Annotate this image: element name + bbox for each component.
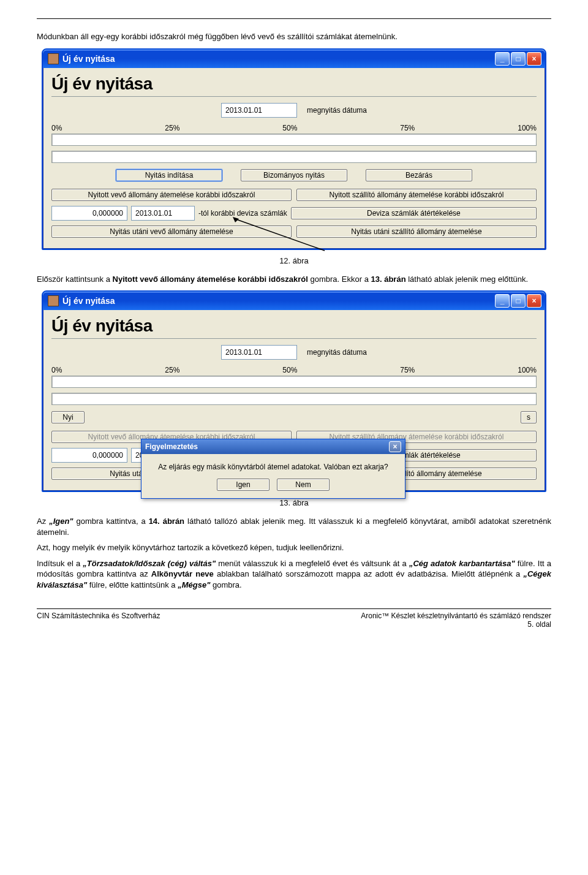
titlebar-2: Új év nyitása _ □ × xyxy=(43,292,545,310)
paragraph-4: Azt, hogy melyik év melyik könyvtárhoz t… xyxy=(37,542,551,553)
window-title: Új év nyitása xyxy=(62,54,115,64)
open-date-field[interactable]: 2013.01.01 xyxy=(221,103,297,118)
progress-bar-top xyxy=(51,376,537,388)
page-footer: CIN Számítástechnika és Szoftverház Aron… xyxy=(37,608,551,629)
client-area-2: Új év nyitása 2013.01.01 megnyitás dátum… xyxy=(43,310,545,491)
confirm-close-button[interactable]: × xyxy=(389,441,401,452)
progress-bar-bottom xyxy=(51,393,537,405)
top-rule xyxy=(37,18,551,19)
app-icon xyxy=(48,53,59,64)
titlebar: Új év nyitása _ □ × xyxy=(43,50,545,68)
pct-25: 25% xyxy=(165,366,179,374)
confirm-dialog: Figyelmeztetés × Az eljárás egy másik kö… xyxy=(141,439,405,499)
deviza-revalue-button[interactable]: Deviza számlák átértékelése xyxy=(291,207,537,219)
heading: Új év nyitása xyxy=(51,74,537,94)
deviza-rate-field[interactable]: 0,000000 xyxy=(51,448,127,463)
pct-75: 75% xyxy=(400,366,415,374)
confirm-message: Az eljárás egy másik könyvtárból átemel … xyxy=(149,463,398,471)
open-date-field[interactable]: 2013.01.01 xyxy=(221,345,297,360)
minimize-button[interactable]: _ xyxy=(495,52,510,66)
maximize-button[interactable]: □ xyxy=(511,294,526,308)
confirm-titlebar: Figyelmeztetés × xyxy=(141,439,405,454)
pct-100: 100% xyxy=(518,124,537,132)
post-open-supplier-button[interactable]: Nyitás utáni szállító állomány átemelése xyxy=(296,225,537,238)
pct-75: 75% xyxy=(400,124,415,132)
window-2: Új év nyitása _ □ × Új év nyitása 2013.0… xyxy=(42,290,546,492)
open-customer-prev-button[interactable]: Nyitott vevő állomány átemelése korábbi … xyxy=(51,189,292,201)
close-button[interactable]: × xyxy=(527,52,541,66)
pct-50: 50% xyxy=(282,366,297,374)
confirm-title-text: Figyelmeztetés xyxy=(145,442,198,451)
progress-bar-bottom xyxy=(51,151,537,163)
deviza-date-field[interactable]: 2013.01.01 xyxy=(131,206,195,221)
percent-scale: 0% 25% 50% 75% 100% xyxy=(51,124,537,132)
paragraph-5: Indítsuk el a „Törzsadatok/Időszak (cég)… xyxy=(37,558,551,591)
pct-0: 0% xyxy=(51,124,62,132)
start-open-button-clipped[interactable]: Nyi xyxy=(51,411,85,423)
maximize-button[interactable]: □ xyxy=(511,52,526,66)
minimize-button[interactable]: _ xyxy=(495,294,510,308)
client-area: Új év nyitása 2013.01.01 megnyitás dátum… xyxy=(43,68,545,249)
close-dialog-button-clipped[interactable]: s xyxy=(521,411,537,423)
figure-12-caption: 12. ábra xyxy=(37,256,551,265)
percent-scale: 0% 25% 50% 75% 100% xyxy=(51,366,537,374)
footer-left: CIN Számítástechnika és Szoftverház xyxy=(37,612,160,629)
open-date-label: megnyitás dátuma xyxy=(307,348,367,357)
progress-bar-top xyxy=(51,134,537,146)
start-open-button[interactable]: Nyitás indítása xyxy=(116,169,222,181)
pct-100: 100% xyxy=(518,366,537,374)
deviza-label: -tól korábbi deviza számlák xyxy=(198,209,287,218)
confirm-no-button[interactable]: Nem xyxy=(277,479,330,491)
post-open-customer-button[interactable]: Nyitás utáni vevő állomány átemelése xyxy=(51,225,292,238)
close-dialog-button[interactable]: Bezárás xyxy=(366,169,472,181)
open-supplier-prev-button[interactable]: Nyitott szállító állomány átemelése korá… xyxy=(296,189,537,201)
window-title: Új év nyitása xyxy=(62,296,115,306)
heading: Új év nyitása xyxy=(51,316,537,336)
footer-right-1: Aronic™ Készlet készletnyilvántartó és s… xyxy=(361,612,551,620)
confirm-yes-button[interactable]: Igen xyxy=(217,479,270,491)
footer-right-2: 5. oldal xyxy=(361,620,551,629)
pct-25: 25% xyxy=(165,124,179,132)
pct-0: 0% xyxy=(51,366,62,374)
consignment-open-button[interactable]: Bizományos nyitás xyxy=(241,169,347,181)
paragraph-3: Az „Igen" gombra kattintva, a 14. ábrán … xyxy=(37,516,551,537)
deviza-rate-field[interactable]: 0,000000 xyxy=(51,206,127,221)
paragraph-2: Először kattintsunk a Nyitott vevő állom… xyxy=(37,274,551,285)
open-date-label: megnyitás dátuma xyxy=(307,106,367,115)
intro-paragraph: Módunkban áll egy-egy korábbi időszakról… xyxy=(37,31,551,42)
figure-13-caption: 13. ábra xyxy=(37,498,551,507)
app-icon xyxy=(48,295,59,306)
close-button[interactable]: × xyxy=(527,294,541,308)
pct-50: 50% xyxy=(282,124,297,132)
window-1: Új év nyitása _ □ × Új év nyitása 2013.0… xyxy=(42,48,546,250)
